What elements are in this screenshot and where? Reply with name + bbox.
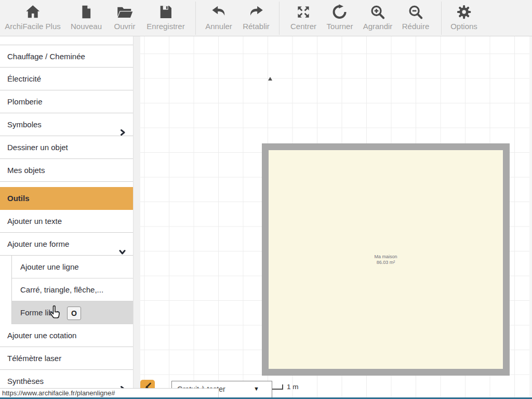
submenu-item-ajouter-ligne[interactable]: Ajouter une ligne bbox=[12, 256, 133, 278]
sidebar-item-label: Ajouter une forme bbox=[7, 240, 69, 248]
new-file-icon bbox=[79, 4, 94, 20]
room-area: 86.03 m² bbox=[377, 260, 395, 265]
toolbar: ArchiFacile Plus Nouveau Ouvrir Enregist… bbox=[0, 0, 532, 36]
sidebar-item-label: Dessiner un objet bbox=[7, 143, 68, 152]
room-walls[interactable]: Ma maison 86.03 m² bbox=[262, 143, 510, 376]
toolbar-label: Annuler bbox=[205, 22, 232, 31]
sidebar-item-mes-objets[interactable]: Mes objets bbox=[0, 159, 133, 182]
sidebar-item-label: Synthèses bbox=[7, 377, 44, 385]
status-url-text: https://www.archifacile.fr/planenligne# bbox=[2, 389, 115, 397]
options-button[interactable]: Options bbox=[450, 4, 477, 31]
sidebar-item-label: Chauffage / Cheminée bbox=[7, 52, 85, 61]
sidebar-item-label: Ajouter une cotation bbox=[7, 331, 76, 340]
toolbar-separator bbox=[441, 2, 442, 35]
home-button[interactable]: ArchiFacile Plus bbox=[5, 4, 61, 31]
rotate-button[interactable]: Tourner bbox=[327, 4, 353, 31]
save-button[interactable]: Enregistrer bbox=[147, 4, 184, 31]
shortcut-badge: O bbox=[67, 307, 81, 320]
open-folder-icon bbox=[116, 4, 134, 20]
sidebar-item-symboles[interactable]: Symboles bbox=[0, 113, 133, 136]
toolbar-label: Tourner bbox=[327, 22, 353, 31]
sidebar-item-label: Mes objets bbox=[7, 166, 45, 175]
shape-submenu: Ajouter une ligne Carré, triangle, flêch… bbox=[11, 256, 133, 324]
toolbar-label: Agrandir bbox=[363, 22, 393, 31]
scrollbar-up-arrow-icon[interactable] bbox=[268, 77, 272, 81]
toolbar-label: ArchiFacile Plus bbox=[5, 22, 61, 31]
toolbar-separator bbox=[279, 2, 280, 35]
chevron-down-icon: ▼ bbox=[254, 385, 259, 392]
toolbar-label: Options bbox=[450, 22, 477, 31]
open-button[interactable]: Ouvrir bbox=[114, 4, 136, 31]
toolbar-label: Rétablir bbox=[243, 22, 270, 31]
gear-icon bbox=[456, 4, 472, 20]
redo-icon bbox=[248, 4, 264, 20]
center-button[interactable]: Centrer bbox=[290, 4, 316, 31]
scale-label: 1 m bbox=[287, 383, 299, 391]
rotate-icon bbox=[332, 4, 348, 20]
submenu-item-carre-triangle[interactable]: Carré, triangle, flêche,... bbox=[12, 278, 133, 301]
toolbar-separator bbox=[195, 2, 196, 35]
undo-button[interactable]: Annuler bbox=[205, 4, 232, 31]
sidebar-item-label: Plomberie bbox=[7, 97, 43, 106]
section-header-label: Outils bbox=[7, 194, 30, 203]
zoom-out-button[interactable]: Réduire bbox=[402, 4, 430, 31]
canvas-scrollbar-track[interactable] bbox=[529, 36, 532, 399]
sidebar-item-label: Symboles bbox=[7, 120, 42, 129]
new-button[interactable]: Nouveau bbox=[71, 4, 102, 31]
sidebar-scrollbar-track[interactable] bbox=[133, 36, 140, 398]
sidebar-menu: Chauffage / Cheminée Électricité Plomber… bbox=[0, 36, 133, 399]
zoom-out-icon bbox=[408, 4, 423, 20]
submenu-item-label: Carré, triangle, flêche,... bbox=[20, 285, 103, 294]
sidebar-item-label: Électricité bbox=[7, 74, 41, 83]
sidebar-item-label: Ajouter un texte bbox=[7, 217, 62, 225]
toolbar-label: Ouvrir bbox=[114, 22, 136, 31]
hand-cursor-icon bbox=[48, 305, 62, 323]
sidebar-item-electricite[interactable]: Électricité bbox=[0, 68, 133, 90]
toolbar-label: Enregistrer bbox=[147, 22, 184, 31]
sidebar-item-ajouter-texte[interactable]: Ajouter un texte bbox=[0, 210, 133, 233]
sidebar-item-telemetre[interactable]: Télémètre laser bbox=[0, 347, 133, 370]
room-name: Ma maison bbox=[374, 254, 397, 260]
toolbar-label: Nouveau bbox=[71, 22, 102, 31]
submenu-item-label: Ajouter une ligne bbox=[20, 262, 79, 271]
undo-icon bbox=[210, 4, 227, 20]
sidebar-item-plomberie[interactable]: Plomberie bbox=[0, 90, 133, 113]
sidebar-item-dessiner-objet[interactable]: Dessiner un objet bbox=[0, 136, 133, 159]
submenu-item-forme-libre[interactable]: Forme libre O bbox=[12, 301, 133, 324]
status-url-tooltip: https://www.archifacile.fr/planenligne# bbox=[0, 388, 219, 398]
room-floor[interactable]: Ma maison 86.03 m² bbox=[269, 150, 503, 369]
sidebar-item-label: Télémètre laser bbox=[7, 354, 61, 363]
toolbar-label: Réduire bbox=[402, 22, 430, 31]
sidebar-item-ajouter-cotation[interactable]: Ajouter une cotation bbox=[0, 324, 133, 347]
archifacile-app: ArchiFacile Plus Nouveau Ouvrir Enregist… bbox=[0, 0, 532, 399]
zoom-in-icon bbox=[370, 4, 385, 20]
toolbar-label: Centrer bbox=[290, 22, 316, 31]
center-icon bbox=[296, 4, 311, 20]
sidebar-section-outils[interactable]: Outils bbox=[0, 187, 133, 210]
save-icon bbox=[158, 4, 174, 20]
home-icon bbox=[24, 4, 41, 20]
zoom-in-button[interactable]: Agrandir bbox=[363, 4, 393, 31]
sidebar-item-ajouter-forme[interactable]: Ajouter une forme bbox=[0, 233, 133, 256]
sidebar-item-chauffage[interactable]: Chauffage / Cheminée bbox=[0, 45, 133, 68]
redo-button[interactable]: Rétablir bbox=[243, 4, 270, 31]
